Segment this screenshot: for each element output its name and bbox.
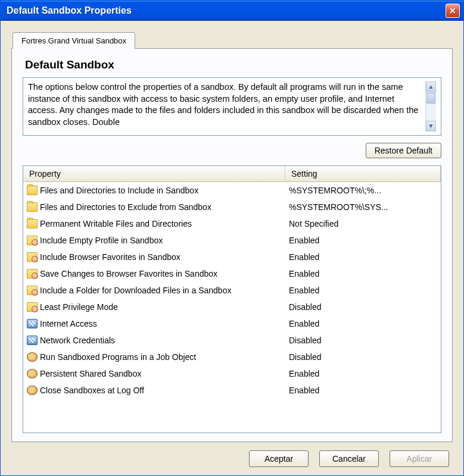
list-item[interactable]: Include a Folder for Downloaded Files in… xyxy=(23,282,441,299)
ok-button[interactable]: Aceptar xyxy=(249,450,309,467)
folder-user-icon xyxy=(27,236,38,245)
scroll-track[interactable] xyxy=(426,92,436,121)
property-cell: Save Changes to Browser Favorites in San… xyxy=(23,269,285,278)
description-box: The options below control the properties… xyxy=(23,77,441,136)
property-label: Network Credentials xyxy=(40,336,115,345)
folder-user-icon xyxy=(27,286,38,295)
property-cell: Files and Directories to Exclude from Sa… xyxy=(23,202,285,212)
list-item[interactable]: Persistent Shared SandboxEnabled xyxy=(23,365,441,382)
property-cell: Include a Folder for Downloaded Files in… xyxy=(23,286,285,295)
property-cell: Include Browser Favorites in Sandbox xyxy=(23,252,285,262)
property-label: Files and Directories to Exclude from Sa… xyxy=(40,202,211,212)
property-label: Save Changes to Browser Favorites in San… xyxy=(40,269,217,278)
folder-user-icon xyxy=(27,252,38,262)
setting-cell: Disabled xyxy=(285,302,441,312)
gear-icon xyxy=(27,369,38,378)
setting-cell: %SYSTEMROOT%\SYS... xyxy=(285,202,441,212)
list-item[interactable]: Files and Directories to Exclude from Sa… xyxy=(23,199,441,215)
setting-cell: Enabled xyxy=(285,269,441,278)
description-scrollbar[interactable]: ▲ ▼ xyxy=(425,82,436,131)
folder-icon xyxy=(27,219,38,228)
cancel-button[interactable]: Cancelar xyxy=(319,450,379,467)
setting-cell: %SYSTEMROOT%\;%... xyxy=(285,186,441,195)
list-item[interactable]: Least Privilege ModeDisabled xyxy=(23,299,441,315)
setting-cell: Enabled xyxy=(285,286,441,295)
description-text: The options below control the properties… xyxy=(28,82,425,131)
tab-panel: Default Sandbox The options below contro… xyxy=(11,48,453,442)
setting-cell: Enabled xyxy=(285,252,441,262)
scroll-down-icon[interactable]: ▼ xyxy=(426,121,436,131)
close-icon: ✕ xyxy=(449,6,456,15)
property-cell: Persistent Shared Sandbox xyxy=(23,369,285,378)
property-label: Include Browser Favorites in Sandbox xyxy=(40,252,180,262)
setting-cell: Enabled xyxy=(285,319,441,328)
property-cell: Network Credentials xyxy=(23,336,285,345)
window-title: Default Sandbox Properties xyxy=(7,5,446,16)
dialog-window: Default Sandbox Properties ✕ Fortres Gra… xyxy=(0,0,464,476)
setting-cell: Not Specified xyxy=(285,219,441,228)
property-cell: Least Privilege Mode xyxy=(23,302,285,312)
property-label: Least Privilege Mode xyxy=(40,302,118,312)
net-icon xyxy=(27,319,38,328)
page-title: Default Sandbox xyxy=(25,58,441,71)
gear-icon xyxy=(27,352,38,362)
content-area: Fortres Grand Virtual Sandbox Default Sa… xyxy=(1,21,463,475)
property-list: Property Setting Files and Directories t… xyxy=(23,165,441,433)
folder-user-icon xyxy=(27,269,38,278)
setting-cell: Disabled xyxy=(285,352,441,362)
setting-cell: Enabled xyxy=(285,369,441,378)
property-label: Permanent Writable Files and Directories xyxy=(40,219,192,228)
apply-button[interactable]: Aplicar xyxy=(390,450,449,467)
property-cell: Permanent Writable Files and Directories xyxy=(23,219,285,228)
property-cell: Include Empty Profile in Sandbox xyxy=(23,236,285,245)
list-item[interactable]: Include Browser Favorites in SandboxEnab… xyxy=(23,249,441,265)
list-item[interactable]: Permanent Writable Files and Directories… xyxy=(23,215,441,232)
tab-strip: Fortres Grand Virtual Sandbox xyxy=(13,32,453,48)
titlebar[interactable]: Default Sandbox Properties ✕ xyxy=(1,1,463,21)
list-header: Property Setting xyxy=(23,166,441,182)
list-item[interactable]: Run Sandboxed Programs in a Job ObjectDi… xyxy=(23,349,441,365)
property-cell: Internet Access xyxy=(23,319,285,328)
dialog-button-row: Aceptar Cancelar Aplicar xyxy=(11,442,453,467)
folder-user-icon xyxy=(27,302,38,312)
list-item[interactable]: Network CredentialsDisabled xyxy=(23,332,441,349)
restore-row: Restore Default xyxy=(23,143,441,158)
property-label: Include Empty Profile in Sandbox xyxy=(40,236,163,245)
property-label: Run Sandboxed Programs in a Job Object xyxy=(40,352,196,362)
scroll-thumb[interactable] xyxy=(426,93,435,104)
property-label: Internet Access xyxy=(40,319,97,328)
property-cell: Close Sandboxes at Log Off xyxy=(23,386,285,395)
property-cell: Files and Directories to Include in Sand… xyxy=(23,186,285,195)
net-icon xyxy=(27,336,38,345)
folder-icon xyxy=(27,202,38,212)
column-header-setting[interactable]: Setting xyxy=(285,166,441,181)
restore-default-button[interactable]: Restore Default xyxy=(366,143,441,158)
list-item[interactable]: Include Empty Profile in SandboxEnabled xyxy=(23,232,441,249)
list-item[interactable]: Close Sandboxes at Log OffEnabled xyxy=(23,382,441,399)
property-label: Files and Directories to Include in Sand… xyxy=(40,186,198,195)
setting-cell: Enabled xyxy=(285,386,441,395)
column-header-property[interactable]: Property xyxy=(23,166,285,181)
folder-icon xyxy=(27,186,38,195)
setting-cell: Disabled xyxy=(285,336,441,345)
property-label: Close Sandboxes at Log Off xyxy=(40,386,144,395)
list-item[interactable]: Internet AccessEnabled xyxy=(23,315,441,332)
property-label: Persistent Shared Sandbox xyxy=(40,369,141,378)
property-cell: Run Sandboxed Programs in a Job Object xyxy=(23,352,285,362)
gear-icon xyxy=(27,386,38,395)
close-button[interactable]: ✕ xyxy=(446,4,460,18)
property-label: Include a Folder for Downloaded Files in… xyxy=(40,286,231,295)
list-body: Files and Directories to Include in Sand… xyxy=(23,182,441,433)
tab-virtual-sandbox[interactable]: Fortres Grand Virtual Sandbox xyxy=(13,32,135,49)
setting-cell: Enabled xyxy=(285,236,441,245)
list-item[interactable]: Files and Directories to Include in Sand… xyxy=(23,182,441,199)
scroll-up-icon[interactable]: ▲ xyxy=(426,82,436,92)
list-item[interactable]: Save Changes to Browser Favorites in San… xyxy=(23,265,441,282)
